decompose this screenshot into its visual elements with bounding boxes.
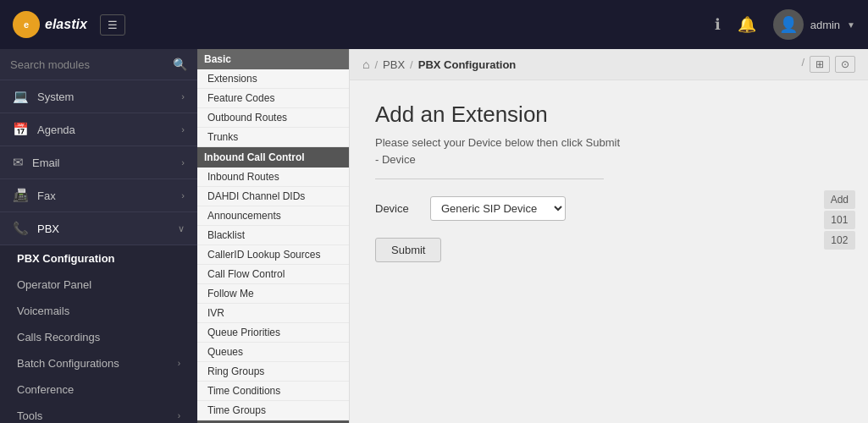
sidebar-item-pbx[interactable]: 📞 PBX ∨ bbox=[0, 212, 197, 245]
menu-link-extensions[interactable]: Extensions bbox=[197, 69, 349, 89]
breadcrumb: ⌂ / PBX / PBX Configuration / ⊞ ⊙ bbox=[350, 49, 868, 80]
sidebar-item-label: Email bbox=[32, 157, 60, 169]
pbx-subitem-calls-recordings[interactable]: Calls Recordings bbox=[0, 324, 197, 350]
sidebar-item-agenda[interactable]: 📅 Agenda › bbox=[0, 113, 197, 146]
menu-link-callerid-lookup[interactable]: CallerID Lookup Sources bbox=[197, 245, 349, 265]
logo-letter: e bbox=[24, 19, 29, 30]
sidebar-item-label: PBX bbox=[37, 222, 59, 235]
menu-link-blacklist[interactable]: Blacklist bbox=[197, 226, 349, 245]
menu-link-outbound-routes[interactable]: Outbound Routes bbox=[197, 108, 349, 128]
header-right: ℹ 🔔 👤 admin ▼ bbox=[715, 9, 855, 40]
device-form-label: Device bbox=[375, 202, 417, 215]
breadcrumb-action-btn-2[interactable]: ⊙ bbox=[835, 56, 855, 73]
pbx-subitem-tools[interactable]: Tools › bbox=[0, 403, 197, 423]
pbx-subitem-config[interactable]: PBX Configuration bbox=[0, 245, 197, 272]
app-header: e elastix ☰ ℹ 🔔 👤 admin ▼ bbox=[0, 0, 868, 49]
side-num-101[interactable]: 101 bbox=[824, 211, 855, 229]
breadcrumb-pbx-link[interactable]: PBX bbox=[383, 58, 405, 71]
agenda-icon: 📅 bbox=[13, 122, 29, 137]
admin-menu[interactable]: 👤 admin ▼ bbox=[773, 9, 855, 40]
page-subtitle: Please select your Device below then cli… bbox=[375, 136, 843, 149]
main-layout: 🔍 💻 System › 📅 Agenda › ✉ Email › bbox=[0, 49, 868, 423]
content-body: Add an Extension Please select your Devi… bbox=[350, 80, 868, 423]
submit-button[interactable]: Submit bbox=[375, 238, 441, 262]
menu-link-ivr[interactable]: IVR bbox=[197, 304, 349, 323]
header-left: e elastix ☰ bbox=[13, 11, 125, 38]
sidebar: 🔍 💻 System › 📅 Agenda › ✉ Email › bbox=[0, 49, 197, 423]
admin-caret-icon: ▼ bbox=[847, 20, 855, 30]
breadcrumb-sep-right: / bbox=[801, 56, 804, 73]
menu-link-call-flow-control[interactable]: Call Flow Control bbox=[197, 265, 349, 284]
menu-link-time-conditions[interactable]: Time Conditions bbox=[197, 382, 349, 401]
arrow-icon: › bbox=[181, 157, 185, 168]
menu-link-trunks[interactable]: Trunks bbox=[197, 128, 349, 147]
menu-link-dahdi-dids[interactable]: DAHDI Channel DIDs bbox=[197, 187, 349, 206]
pbx-subitem-voicemails[interactable]: Voicemails bbox=[0, 298, 197, 324]
pbx-menu-panel: Basic Extensions Feature Codes Outbound … bbox=[197, 49, 350, 423]
menu-link-follow-me[interactable]: Follow Me bbox=[197, 284, 349, 304]
form-divider bbox=[375, 179, 604, 179]
breadcrumb-actions: / ⊞ ⊙ bbox=[801, 56, 855, 73]
breadcrumb-separator2: / bbox=[410, 58, 413, 71]
content-wrapper: Add an Extension Please select your Devi… bbox=[350, 80, 868, 423]
menu-link-feature-codes[interactable]: Feature Codes bbox=[197, 89, 349, 108]
side-numbers-panel: Add 101 102 bbox=[824, 190, 855, 250]
pbx-subitem-operator[interactable]: Operator Panel bbox=[0, 272, 197, 298]
logo-icon: e bbox=[13, 11, 40, 38]
breadcrumb-action-btn-1[interactable]: ⊞ bbox=[810, 56, 830, 73]
info-icon-button[interactable]: ℹ bbox=[715, 15, 721, 34]
sidebar-item-fax[interactable]: 📠 Fax › bbox=[0, 179, 197, 212]
menu-link-queues[interactable]: Queues bbox=[197, 343, 349, 362]
menu-link-queue-priorities[interactable]: Queue Priorities bbox=[197, 323, 349, 343]
arrow-icon: › bbox=[181, 91, 185, 102]
sidebar-item-label: System bbox=[37, 91, 74, 103]
sidebar-item-label: Agenda bbox=[37, 124, 75, 136]
search-icon[interactable]: 🔍 bbox=[173, 58, 187, 71]
search-modules-container: 🔍 bbox=[0, 49, 197, 80]
logo: e elastix bbox=[13, 11, 87, 38]
avatar: 👤 bbox=[773, 9, 804, 40]
bell-icon-button[interactable]: 🔔 bbox=[738, 15, 756, 34]
device-select[interactable]: Generic SIP Device Generic ZAP Device Cu… bbox=[430, 196, 566, 221]
home-icon[interactable]: ⌂ bbox=[362, 58, 369, 71]
pbx-subitem-batch[interactable]: Batch Configurations › bbox=[0, 350, 197, 376]
breadcrumb-separator: / bbox=[374, 58, 378, 71]
breadcrumb-current: PBX Configuration bbox=[418, 58, 517, 71]
menu-section-basic: Basic bbox=[197, 49, 349, 69]
page-device-label: - Device bbox=[375, 153, 843, 166]
arrow-icon: ∨ bbox=[178, 223, 185, 234]
pbx-submenu: PBX Configuration Operator Panel Voicema… bbox=[0, 245, 197, 423]
page-title: Add an Extension bbox=[375, 102, 843, 128]
email-icon: ✉ bbox=[13, 155, 24, 170]
fax-icon: 📠 bbox=[13, 188, 29, 203]
menu-link-time-groups[interactable]: Time Groups bbox=[197, 401, 349, 420]
side-num-add[interactable]: Add bbox=[824, 190, 855, 209]
sidebar-item-system[interactable]: 💻 System › bbox=[0, 80, 197, 113]
content-area: ⌂ / PBX / PBX Configuration / ⊞ ⊙ Add an… bbox=[350, 49, 868, 423]
arrow-icon: › bbox=[181, 124, 185, 135]
menu-section-inbound: Inbound Call Control bbox=[197, 147, 349, 168]
menu-link-ring-groups[interactable]: Ring Groups bbox=[197, 362, 349, 382]
pbx-icon: 📞 bbox=[13, 221, 29, 236]
hamburger-button[interactable]: ☰ bbox=[100, 14, 125, 36]
sidebar-item-label: Fax bbox=[37, 190, 56, 202]
batch-arrow-icon: › bbox=[178, 359, 180, 368]
arrow-icon: › bbox=[181, 190, 185, 201]
side-num-102[interactable]: 102 bbox=[824, 231, 855, 250]
pbx-subitem-conference[interactable]: Conference bbox=[0, 376, 197, 403]
menu-link-announcements[interactable]: Announcements bbox=[197, 206, 349, 226]
sidebar-item-email[interactable]: ✉ Email › bbox=[0, 146, 197, 179]
device-form-row: Device Generic SIP Device Generic ZAP De… bbox=[375, 196, 843, 221]
system-icon: 💻 bbox=[13, 89, 29, 104]
search-modules-input[interactable] bbox=[10, 58, 173, 71]
logo-text: elastix bbox=[45, 17, 87, 32]
tools-arrow-icon: › bbox=[178, 411, 180, 420]
menu-link-inbound-routes[interactable]: Inbound Routes bbox=[197, 168, 349, 187]
admin-name-label: admin bbox=[810, 19, 840, 31]
